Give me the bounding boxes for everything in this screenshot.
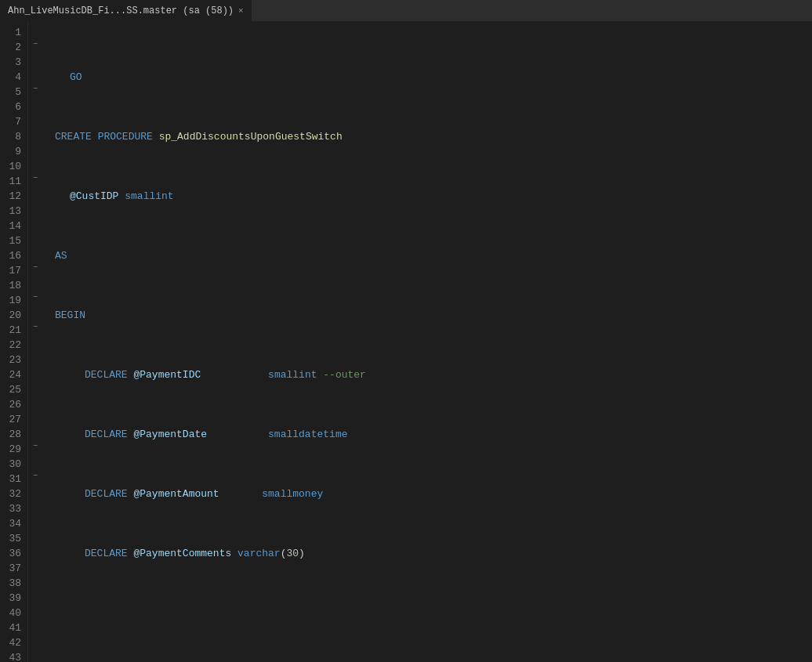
collapse-icon-2[interactable]: −: [33, 41, 38, 49]
code-content: GO CREATE PROCEDURE sp_AddDiscountsUponG…: [42, 22, 812, 662]
collapse-icon-31[interactable]: −: [33, 472, 38, 480]
editor-area: 12345 678910 1112131415 1617181920 21222…: [0, 22, 812, 662]
code-line-4: AS: [55, 248, 812, 263]
code-line-1: GO: [55, 70, 812, 85]
code-line-7: DECLARE @PaymentDate smalldatetime: [55, 427, 812, 442]
code-line-9: DECLARE @PaymentComments varchar(30): [55, 546, 812, 561]
code-line-8: DECLARE @PaymentAmount smallmoney: [55, 487, 812, 501]
code-line-3: @CustIDP smallint: [55, 189, 812, 204]
active-tab[interactable]: Ahn_LiveMusicDB_Fi...SS.master (sa (58))…: [0, 0, 252, 21]
tab-title: Ahn_LiveMusicDB_Fi...SS.master (sa (58)): [8, 5, 234, 16]
line-numbers: 12345 678910 1112131415 1617181920 21222…: [0, 22, 28, 662]
collapse-icon-21[interactable]: −: [33, 324, 38, 331]
collapse-icon-11[interactable]: −: [33, 175, 38, 183]
collapse-icon-17[interactable]: −: [33, 264, 38, 272]
code-line-10: [55, 606, 812, 620]
code-line-6: DECLARE @PaymentIDC smallint --outer: [55, 367, 812, 382]
code-line-2: CREATE PROCEDURE sp_AddDiscountsUponGues…: [55, 129, 812, 144]
tab-bar: Ahn_LiveMusicDB_Fi...SS.master (sa (58))…: [0, 0, 812, 22]
code-gutter: − − − − − − − −: [28, 22, 42, 662]
tab-close-button[interactable]: ×: [238, 6, 244, 16]
collapse-icon-5[interactable]: −: [33, 85, 38, 93]
collapse-icon-29[interactable]: −: [33, 443, 38, 450]
code-line-5: BEGIN: [55, 308, 812, 323]
collapse-icon-19[interactable]: −: [33, 294, 38, 302]
